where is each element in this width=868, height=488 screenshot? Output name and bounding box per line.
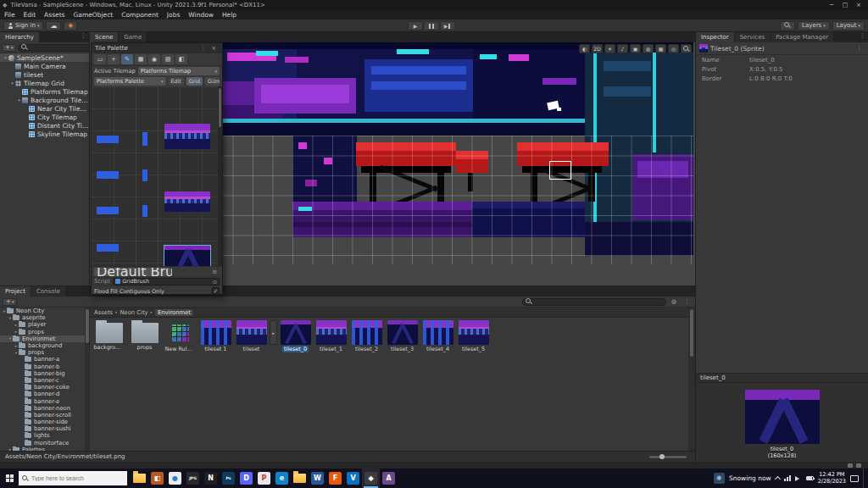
palette-tile-4[interactable]	[142, 169, 147, 181]
lighting-toggle-button[interactable]: ☀	[604, 44, 615, 53]
palette-tile-5[interactable]	[164, 191, 210, 212]
project-folder-banner-c[interactable]: banner-c	[0, 377, 85, 384]
2d-toggle-button[interactable]: 2D	[592, 44, 603, 53]
project-folder-background[interactable]: ▸background	[0, 342, 85, 349]
action-center-icon[interactable]	[850, 475, 859, 482]
hierarchy-add-button[interactable]: +▾	[2, 44, 16, 52]
taskbar-search[interactable]	[19, 471, 127, 485]
palette-tile-2[interactable]	[164, 124, 210, 149]
palette-tile-8[interactable]	[142, 205, 147, 217]
asset-tileset-0[interactable]: tileset_0	[278, 320, 313, 352]
project-folder-props[interactable]: ▾props	[0, 349, 85, 356]
brush-menu-icon[interactable]: ≡	[209, 269, 220, 275]
project-tab-project[interactable]: Project	[0, 286, 31, 297]
project-folder-aseprite[interactable]: ▾aseprite	[0, 314, 85, 321]
taskbar-photos-app[interactable]: ◧	[148, 469, 166, 488]
box-fill-tool[interactable]: ▦	[135, 54, 147, 64]
hierarchy-item-samplescene[interactable]: ▾SampleScene*	[0, 53, 89, 62]
editor-search-button[interactable]	[780, 21, 795, 30]
move-tool[interactable]: +	[108, 54, 120, 64]
project-folder-banner-big[interactable]: banner-big	[0, 370, 85, 377]
minimize-button[interactable]: ─	[825, 2, 838, 8]
menu-assets[interactable]: Assets	[40, 11, 69, 19]
menu-file[interactable]: File	[0, 11, 19, 19]
inspector-menu-icon[interactable]: ⋮	[857, 32, 868, 42]
volume-icon[interactable]	[795, 476, 802, 481]
hierarchy-item-main-camera[interactable]: Main Camera	[0, 62, 89, 70]
draw-mode-button[interactable]: ◐	[579, 44, 590, 53]
start-button[interactable]	[0, 469, 19, 488]
expand-arrow-icon[interactable]: ▾	[3, 55, 8, 60]
expand-arrow-icon[interactable]: ▾	[9, 80, 15, 86]
console-activity-icon[interactable]	[848, 463, 853, 468]
taskbar-file-explorer[interactable]	[131, 469, 148, 488]
version-control-button[interactable]: ◆	[64, 21, 76, 30]
brush-dropdown[interactable]: Default Brush ▾	[94, 268, 172, 276]
menu-jobs[interactable]: Jobs	[163, 11, 184, 19]
asset-visibility-icon[interactable]: ◍	[669, 298, 679, 305]
palette-tile-grid[interactable]	[92, 86, 218, 266]
taskbar-edge-browser[interactable]: e	[273, 469, 291, 488]
project-folder-banner-coke[interactable]: banner-coke	[0, 384, 85, 391]
taskbar-clock[interactable]: 12:42 PM 2/28/2023	[818, 472, 846, 485]
hierarchy-item-distant-city-tilemap[interactable]: Distant City Tilemap	[0, 121, 89, 130]
taskbar-word-app[interactable]: W	[309, 469, 326, 488]
asset-tileset-1[interactable]: tileset 1	[198, 320, 233, 352]
pause-button[interactable]	[424, 21, 439, 30]
breadcrumb-assets[interactable]: Assets	[94, 309, 113, 316]
taskbar-image-viewer[interactable]: JPG	[184, 469, 202, 488]
inspector-tab-inspector[interactable]: Inspector	[696, 32, 735, 42]
project-search-input[interactable]	[534, 298, 663, 305]
network-icon[interactable]	[784, 475, 791, 481]
taskbar-browser-app[interactable]: ●	[166, 469, 184, 488]
palette-tile-3[interactable]	[97, 171, 119, 179]
menu-help[interactable]: Help	[218, 11, 241, 19]
layers-dropdown[interactable]: Layers▾	[798, 21, 830, 30]
cloud-services-button[interactable]: ☁	[46, 21, 61, 30]
hierarchy-item-near-city-tilemap[interactable]: Near City Tilemap	[0, 104, 89, 113]
taskbar-paint-app[interactable]: P	[255, 469, 273, 488]
play-button[interactable]: ▶	[408, 21, 423, 30]
project-folder-environmet[interactable]: ▾Environmet	[0, 336, 85, 342]
asset-tileset-4[interactable]: tileset_4	[420, 320, 455, 352]
hidden-objects-toggle-button[interactable]: ◍	[643, 44, 654, 53]
flood-fill-tool[interactable]: ◧	[175, 54, 187, 64]
gizmos-toggle-button[interactable]: ◎	[668, 44, 679, 53]
subasset-expander-button[interactable]: ▸	[270, 320, 277, 345]
asset-tileset-3[interactable]: tileset_3	[385, 320, 420, 352]
select-tool[interactable]: ▭	[94, 54, 106, 64]
hierarchy-item-skyline-tilemap[interactable]: Skyline Tilemap	[0, 130, 89, 138]
taskbar-aseprite-app[interactable]: A	[380, 469, 398, 488]
asset-grid-scrollbar[interactable]	[688, 308, 695, 451]
project-add-button[interactable]: +▾	[3, 298, 17, 306]
palette-edit-button[interactable]: Edit	[169, 77, 184, 86]
project-menu-icon[interactable]: ⋮	[682, 298, 693, 305]
step-button[interactable]: ▶	[440, 21, 455, 30]
hierarchy-item-city-tilemap[interactable]: City Tilemap	[0, 113, 89, 121]
tile-picker-tool[interactable]: ◉	[148, 54, 160, 64]
asset-props[interactable]: props	[127, 320, 162, 351]
effects-toggle-button[interactable]: ▣	[630, 44, 641, 53]
project-folder-banner-e[interactable]: banner-e	[0, 397, 85, 404]
project-folder-banner-neon[interactable]: banner-neon	[0, 405, 85, 412]
hierarchy-item-tileset[interactable]: tileset	[0, 70, 89, 79]
project-folder-props[interactable]: ▸props	[0, 329, 85, 336]
sign-in-button[interactable]: Sign in ▾	[3, 21, 43, 30]
weather-label[interactable]: Snowing now	[729, 474, 771, 482]
menu-edit[interactable]: Edit	[19, 11, 41, 19]
taskbar-notepad-app[interactable]: N	[202, 469, 220, 488]
hierarchy-item-platforms-tilemap[interactable]: Platforms Tilemap	[0, 87, 89, 96]
paint-brush-tool[interactable]: ✎	[121, 54, 133, 64]
project-folder-banner-sushi[interactable]: banner-sushi	[0, 425, 85, 432]
palette-scrollbar[interactable]	[218, 86, 222, 266]
close-icon[interactable]: ×	[209, 45, 219, 52]
inspector-tab-services[interactable]: Services	[735, 32, 771, 42]
taskbar-firefox-browser[interactable]: F	[326, 469, 344, 488]
thumbnail-size-slider[interactable]	[649, 456, 687, 458]
menu-gameobject[interactable]: GameObject	[70, 11, 118, 19]
asset-tileset[interactable]: tileset	[234, 320, 269, 352]
asset-background[interactable]: background	[92, 320, 126, 351]
inspector-tab-package-manager[interactable]: Package Manager	[771, 32, 834, 42]
menu-window[interactable]: Window	[184, 11, 218, 19]
layout-dropdown[interactable]: Layout▾	[832, 21, 865, 30]
